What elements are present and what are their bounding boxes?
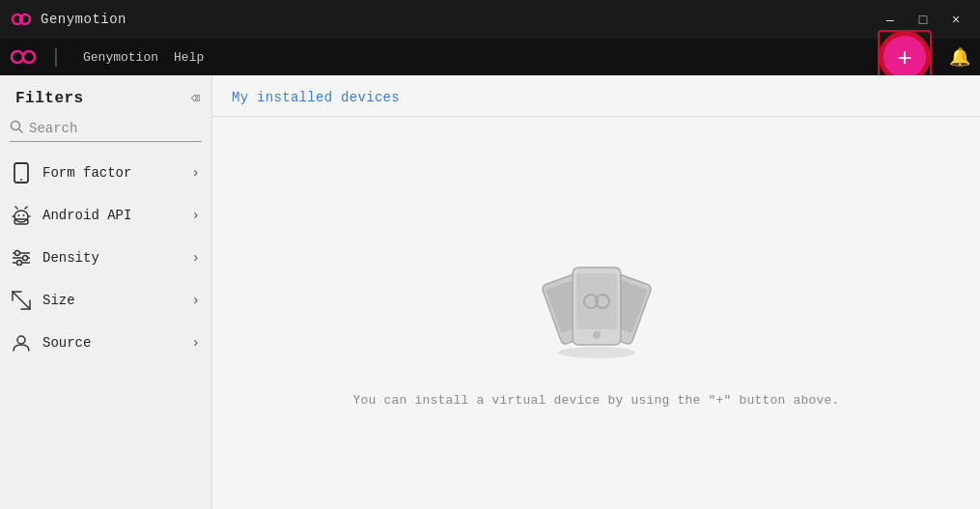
search-input[interactable] bbox=[29, 121, 202, 136]
filter-item-size[interactable]: Size › bbox=[0, 279, 211, 322]
content-area: My installed devices bbox=[212, 75, 980, 509]
title-bar: Genymotion – □ × bbox=[0, 0, 980, 39]
svg-point-19 bbox=[15, 251, 20, 256]
search-icon bbox=[10, 120, 23, 137]
svg-line-5 bbox=[19, 129, 23, 133]
empty-state-text: You can install a virtual device by usin… bbox=[352, 393, 839, 408]
sidebar-header: Filters ⌫ bbox=[0, 75, 211, 116]
form-factor-label: Form factor bbox=[42, 165, 182, 181]
content-body: You can install a virtual device by usin… bbox=[212, 117, 980, 509]
density-chevron-icon: › bbox=[192, 250, 200, 266]
svg-point-13 bbox=[18, 214, 20, 216]
source-chevron-icon: › bbox=[192, 335, 200, 351]
svg-point-34 bbox=[593, 331, 601, 339]
android-api-icon bbox=[10, 204, 33, 227]
form-factor-chevron-icon: › bbox=[192, 165, 200, 181]
source-label: Source bbox=[42, 335, 182, 351]
svg-line-12 bbox=[25, 207, 27, 209]
density-icon bbox=[10, 246, 33, 269]
sidebar: Filters ⌫ Form factor › bbox=[0, 75, 212, 509]
person-icon bbox=[12, 333, 31, 353]
add-device-button[interactable]: + bbox=[883, 36, 926, 78]
phone-icon bbox=[13, 162, 30, 184]
svg-line-22 bbox=[13, 292, 30, 309]
filter-item-source[interactable]: Source › bbox=[0, 322, 211, 364]
filter-item-android-api[interactable]: Android API › bbox=[0, 194, 211, 237]
section-title: My installed devices bbox=[232, 90, 400, 105]
svg-point-20 bbox=[23, 256, 28, 261]
size-chevron-icon: › bbox=[192, 293, 200, 308]
menu-item-genymotion[interactable]: Genymotion bbox=[75, 44, 166, 71]
svg-point-35 bbox=[558, 347, 635, 358]
source-icon bbox=[10, 331, 33, 354]
menu-bar: | Genymotion Help + 🔔 bbox=[0, 39, 980, 75]
menu-bar-left: | Genymotion Help bbox=[0, 44, 211, 71]
density-label: Density bbox=[42, 250, 182, 266]
window-controls: – □ × bbox=[876, 7, 970, 32]
form-factor-icon bbox=[10, 161, 33, 184]
size-icon bbox=[10, 289, 33, 312]
size-label: Size bbox=[42, 293, 182, 308]
svg-point-21 bbox=[17, 261, 22, 266]
empty-illustration bbox=[519, 219, 674, 374]
svg-point-8 bbox=[14, 211, 28, 222]
app-logo bbox=[10, 8, 33, 31]
minimize-button[interactable]: – bbox=[876, 7, 905, 32]
resize-icon bbox=[12, 291, 31, 310]
search-magnifier-icon bbox=[10, 120, 23, 133]
android-api-chevron-icon: › bbox=[192, 208, 200, 223]
svg-point-7 bbox=[20, 179, 22, 181]
menu-logo-icon bbox=[10, 47, 37, 67]
sliders-icon bbox=[12, 249, 31, 267]
close-button[interactable]: × bbox=[941, 7, 970, 32]
svg-point-3 bbox=[23, 51, 35, 63]
maximize-button[interactable]: □ bbox=[909, 7, 938, 32]
search-box bbox=[10, 120, 202, 142]
filter-item-density[interactable]: Density › bbox=[0, 237, 211, 279]
svg-point-23 bbox=[17, 336, 25, 344]
title-bar-left: Genymotion bbox=[10, 8, 126, 31]
main-layout: Filters ⌫ Form factor › bbox=[0, 75, 980, 509]
android-api-label: Android API bbox=[42, 208, 182, 223]
svg-point-2 bbox=[12, 51, 23, 63]
android-icon bbox=[12, 206, 31, 225]
svg-line-11 bbox=[15, 207, 17, 209]
filter-item-form-factor[interactable]: Form factor › bbox=[0, 152, 211, 194]
genymotion-logo-icon bbox=[10, 8, 33, 31]
menu-divider: | bbox=[50, 46, 62, 69]
menu-logo bbox=[10, 47, 37, 67]
empty-devices-illustration bbox=[519, 219, 674, 374]
notification-bell-icon[interactable]: 🔔 bbox=[949, 46, 970, 68]
menu-item-help[interactable]: Help bbox=[166, 44, 211, 71]
app-title: Genymotion bbox=[41, 12, 126, 27]
content-header: My installed devices bbox=[212, 75, 980, 117]
svg-point-14 bbox=[23, 214, 25, 216]
clear-filters-icon[interactable]: ⌫ bbox=[190, 89, 200, 108]
sidebar-title: Filters bbox=[15, 90, 84, 107]
